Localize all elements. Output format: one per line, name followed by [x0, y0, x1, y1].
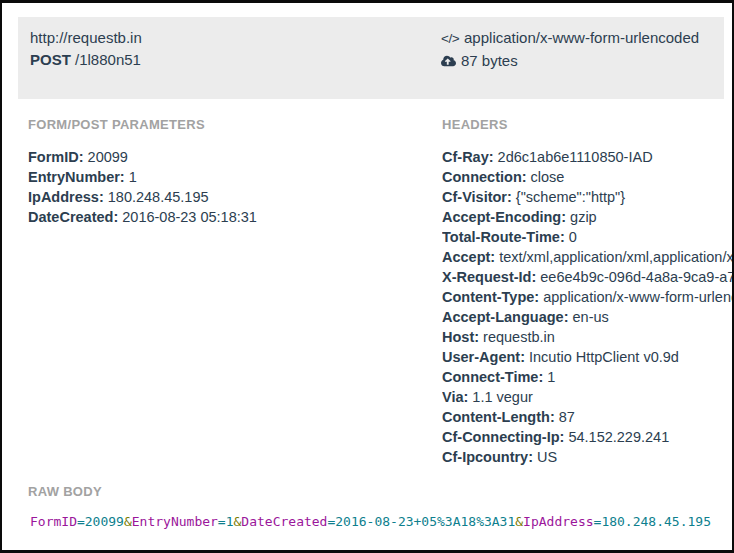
header-key: Content-Type: — [442, 289, 539, 305]
header-row: Cf-Ray:2d6c1ab6e1110850-IAD — [442, 147, 732, 167]
header-row: Cf-Ipcountry:US — [442, 447, 732, 467]
header-value: 0 — [569, 229, 577, 245]
request-path: /1l880n51 — [75, 51, 141, 68]
request-method: POST — [30, 51, 71, 68]
form-params-section: FORM/POST PARAMETERS FormID:20099EntryNu… — [28, 117, 428, 227]
header-value: 1.1 vegur — [472, 389, 532, 405]
param-key: FormID: — [28, 149, 84, 165]
header-row: Cf-Connecting-Ip:54.152.229.241 — [442, 427, 732, 447]
request-content-type: application/x-www-form-urlencoded — [464, 29, 699, 46]
content-type-line: </>application/x-www-form-urlencoded — [441, 27, 699, 50]
param-value: 2016-08-23 05:18:31 — [122, 209, 257, 225]
header-value: 54.152.229.241 — [568, 429, 669, 445]
raw-body-token: =2016-08-23+05%3A18%3A31 — [327, 514, 515, 529]
header-key: Total-Route-Time: — [442, 229, 565, 245]
form-params-title: FORM/POST PARAMETERS — [28, 117, 428, 133]
header-key: Host: — [442, 329, 479, 345]
header-key: Accept-Language: — [442, 309, 569, 325]
header-value: gzip — [570, 209, 597, 225]
headers-list: Cf-Ray:2d6c1ab6e1110850-IADConnection:cl… — [442, 147, 732, 467]
raw-body-token: & — [515, 514, 523, 529]
header-key: User-Agent: — [442, 349, 525, 365]
header-row: Total-Route-Time:0 — [442, 227, 732, 247]
param-key: DateCreated: — [28, 209, 118, 225]
raw-body-token: =1 — [218, 514, 234, 529]
request-method-line: POST /1l880n51 — [30, 49, 142, 71]
header-key: Connection: — [442, 169, 527, 185]
request-size: 87 bytes — [461, 52, 518, 69]
raw-body-token: =180.248.45.195 — [594, 514, 711, 529]
form-param-row: FormID:20099 — [28, 147, 428, 167]
param-key: EntryNumber: — [28, 169, 125, 185]
form-param-row: IpAddress:180.248.45.195 — [28, 187, 428, 207]
header-key: Cf-Ipcountry: — [442, 449, 533, 465]
header-key: Content-Length: — [442, 409, 555, 425]
header-row: Cf-Visitor:{"scheme":"http"} — [442, 187, 732, 207]
header-row: X-Request-Id:ee6e4b9c-096d-4a8a-9ca9-a71… — [442, 267, 732, 287]
request-summary-bar: http://requestb.in POST /1l880n51 </>app… — [18, 17, 724, 99]
header-value: Incutio HttpClient v0.9d — [529, 349, 679, 365]
header-value: text/xml,application/xml,application/xh — [499, 249, 732, 265]
header-key: Accept-Encoding: — [442, 209, 566, 225]
param-value: 180.248.45.195 — [108, 189, 209, 205]
raw-body-token: FormID — [30, 514, 77, 529]
form-param-row: EntryNumber:1 — [28, 167, 428, 187]
raw-body-title: RAW BODY — [28, 484, 728, 500]
header-value: 2d6c1ab6e1110850-IAD — [498, 149, 653, 165]
code-icon: </> — [441, 31, 459, 46]
headers-title: HEADERS — [442, 117, 732, 133]
header-key: Connect-Time: — [442, 369, 543, 385]
header-key: Cf-Ray: — [442, 149, 494, 165]
raw-body-section: RAW BODY FormID=20099&EntryNumber=1&Date… — [28, 484, 728, 530]
request-inspect-page: http://requestb.in POST /1l880n51 </>app… — [0, 0, 734, 553]
cloud-upload-icon — [441, 51, 456, 73]
header-value: 87 — [559, 409, 575, 425]
header-value: 1 — [547, 369, 555, 385]
request-summary-left: http://requestb.in POST /1l880n51 — [30, 27, 142, 71]
param-key: IpAddress: — [28, 189, 104, 205]
header-key: Via: — [442, 389, 468, 405]
header-value: {"scheme":"http"} — [516, 189, 625, 205]
size-line: 87 bytes — [441, 50, 699, 73]
header-row: Via:1.1 vegur — [442, 387, 732, 407]
header-row: Connection:close — [442, 167, 732, 187]
request-url: http://requestb.in — [30, 27, 142, 49]
form-params-list: FormID:20099EntryNumber:1IpAddress:180.2… — [28, 147, 428, 227]
raw-body-token: & — [124, 514, 132, 529]
headers-section: HEADERS Cf-Ray:2d6c1ab6e1110850-IADConne… — [442, 117, 732, 467]
header-row: Host:requestb.in — [442, 327, 732, 347]
raw-body-token: IpAddress — [523, 514, 593, 529]
header-value: requestb.in — [483, 329, 555, 345]
header-value: en-us — [573, 309, 609, 325]
param-value: 1 — [129, 169, 137, 185]
header-row: Content-Length:87 — [442, 407, 732, 427]
header-row: Connect-Time:1 — [442, 367, 732, 387]
header-value: US — [537, 449, 557, 465]
raw-body-token: EntryNumber — [132, 514, 218, 529]
header-row: Accept-Language:en-us — [442, 307, 732, 327]
raw-body-content: FormID=20099&EntryNumber=1&DateCreated=2… — [30, 514, 728, 530]
header-key: Cf-Visitor: — [442, 189, 512, 205]
header-row: Accept:text/xml,application/xml,applicat… — [442, 247, 732, 267]
header-value: application/x-www-form-urlenco — [543, 289, 732, 305]
header-value: close — [531, 169, 565, 185]
header-row: User-Agent:Incutio HttpClient v0.9d — [442, 347, 732, 367]
param-value: 20099 — [88, 149, 128, 165]
request-summary-right: </>application/x-www-form-urlencoded 87 … — [441, 27, 699, 73]
header-key: Cf-Connecting-Ip: — [442, 429, 564, 445]
header-row: Content-Type:application/x-www-form-urle… — [442, 287, 732, 307]
header-value: ee6e4b9c-096d-4a8a-9ca9-a71c0 — [540, 269, 732, 285]
form-param-row: DateCreated:2016-08-23 05:18:31 — [28, 207, 428, 227]
header-key: Accept: — [442, 249, 495, 265]
raw-body-token: DateCreated — [241, 514, 327, 529]
header-row: Accept-Encoding:gzip — [442, 207, 732, 227]
header-key: X-Request-Id: — [442, 269, 536, 285]
raw-body-token: =20099 — [77, 514, 124, 529]
